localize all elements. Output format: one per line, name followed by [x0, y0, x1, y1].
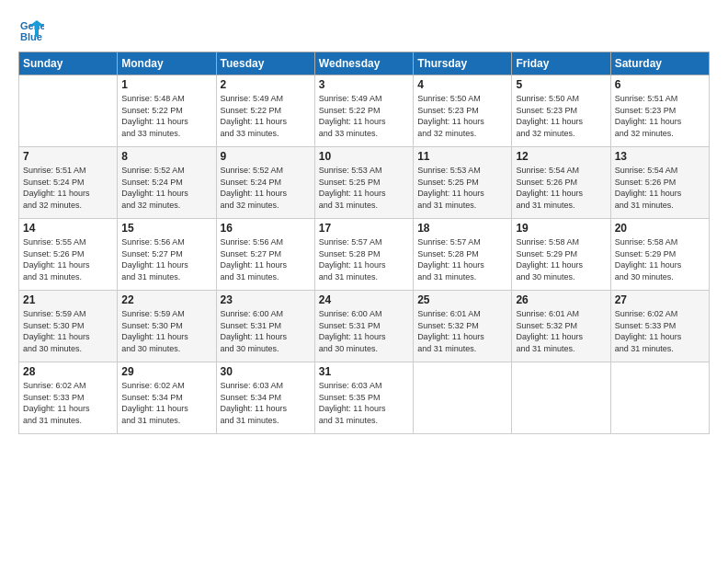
day-info: Sunrise: 5:49 AM Sunset: 5:22 PM Dayligh… — [221, 93, 311, 139]
day-number: 25 — [417, 293, 507, 306]
day-number: 6 — [615, 78, 705, 91]
day-cell: 31Sunrise: 6:03 AM Sunset: 5:35 PM Dayli… — [314, 362, 413, 434]
day-cell: 5Sunrise: 5:50 AM Sunset: 5:23 PM Daylig… — [512, 75, 610, 147]
day-info: Sunrise: 5:57 AM Sunset: 5:28 PM Dayligh… — [319, 236, 409, 282]
day-number: 4 — [417, 78, 507, 91]
day-cell: 1Sunrise: 5:48 AM Sunset: 5:22 PM Daylig… — [118, 75, 216, 147]
day-cell: 14Sunrise: 5:55 AM Sunset: 5:26 PM Dayli… — [19, 219, 118, 291]
day-number: 20 — [615, 222, 705, 235]
header-tuesday: Tuesday — [216, 52, 314, 75]
day-cell: 18Sunrise: 5:57 AM Sunset: 5:28 PM Dayli… — [414, 219, 512, 291]
day-number: 29 — [121, 365, 211, 378]
week-row-4: 28Sunrise: 6:02 AM Sunset: 5:33 PM Dayli… — [19, 362, 710, 434]
week-row-0: 1Sunrise: 5:48 AM Sunset: 5:22 PM Daylig… — [19, 75, 710, 147]
day-cell: 6Sunrise: 5:51 AM Sunset: 5:23 PM Daylig… — [610, 75, 709, 147]
day-number: 8 — [121, 150, 211, 163]
day-number: 9 — [221, 150, 311, 163]
svg-text:Blue: Blue — [20, 31, 42, 42]
day-cell — [610, 362, 709, 434]
day-cell: 12Sunrise: 5:54 AM Sunset: 5:26 PM Dayli… — [512, 147, 610, 219]
header-monday: Monday — [118, 52, 216, 75]
day-info: Sunrise: 5:50 AM Sunset: 5:23 PM Dayligh… — [516, 93, 606, 139]
day-info: Sunrise: 6:01 AM Sunset: 5:32 PM Dayligh… — [417, 308, 507, 354]
day-cell: 10Sunrise: 5:53 AM Sunset: 5:25 PM Dayli… — [314, 147, 413, 219]
day-info: Sunrise: 6:01 AM Sunset: 5:32 PM Dayligh… — [516, 308, 606, 354]
header-wednesday: Wednesday — [314, 52, 413, 75]
day-cell: 13Sunrise: 5:54 AM Sunset: 5:26 PM Dayli… — [610, 147, 709, 219]
day-info: Sunrise: 6:02 AM Sunset: 5:33 PM Dayligh… — [615, 308, 705, 354]
day-info: Sunrise: 5:53 AM Sunset: 5:25 PM Dayligh… — [319, 165, 409, 211]
day-number: 11 — [417, 150, 507, 163]
calendar-page: General Blue SundayMondayTuesdayWednesda… — [0, 0, 728, 563]
day-cell — [414, 362, 512, 434]
day-number: 21 — [23, 293, 113, 306]
day-cell: 29Sunrise: 6:02 AM Sunset: 5:34 PM Dayli… — [118, 362, 216, 434]
day-info: Sunrise: 5:52 AM Sunset: 5:24 PM Dayligh… — [221, 165, 311, 211]
day-number: 19 — [516, 222, 606, 235]
day-number: 3 — [319, 78, 409, 91]
day-info: Sunrise: 5:49 AM Sunset: 5:22 PM Dayligh… — [319, 93, 409, 139]
day-info: Sunrise: 5:57 AM Sunset: 5:28 PM Dayligh… — [417, 236, 507, 282]
day-cell: 20Sunrise: 5:58 AM Sunset: 5:29 PM Dayli… — [610, 219, 709, 291]
day-info: Sunrise: 5:56 AM Sunset: 5:27 PM Dayligh… — [121, 236, 211, 282]
day-number: 17 — [319, 222, 409, 235]
day-cell: 3Sunrise: 5:49 AM Sunset: 5:22 PM Daylig… — [314, 75, 413, 147]
day-cell: 24Sunrise: 6:00 AM Sunset: 5:31 PM Dayli… — [314, 291, 413, 362]
day-info: Sunrise: 6:00 AM Sunset: 5:31 PM Dayligh… — [221, 308, 311, 354]
day-info: Sunrise: 5:56 AM Sunset: 5:27 PM Dayligh… — [221, 236, 311, 282]
day-number: 30 — [221, 365, 311, 378]
day-number: 14 — [23, 222, 113, 235]
day-cell: 7Sunrise: 5:51 AM Sunset: 5:24 PM Daylig… — [19, 147, 118, 219]
day-number: 24 — [319, 293, 409, 306]
header-row: SundayMondayTuesdayWednesdayThursdayFrid… — [19, 52, 710, 75]
day-info: Sunrise: 5:52 AM Sunset: 5:24 PM Dayligh… — [121, 165, 211, 211]
day-info: Sunrise: 6:03 AM Sunset: 5:34 PM Dayligh… — [221, 380, 311, 426]
header: General Blue — [18, 17, 710, 42]
day-info: Sunrise: 5:51 AM Sunset: 5:23 PM Dayligh… — [615, 93, 705, 139]
day-number: 22 — [121, 293, 211, 306]
day-cell: 2Sunrise: 5:49 AM Sunset: 5:22 PM Daylig… — [216, 75, 314, 147]
day-number: 28 — [23, 365, 113, 378]
day-number: 15 — [121, 222, 211, 235]
header-sunday: Sunday — [19, 52, 118, 75]
logo: General Blue — [18, 17, 46, 42]
day-cell: 4Sunrise: 5:50 AM Sunset: 5:23 PM Daylig… — [414, 75, 512, 147]
header-saturday: Saturday — [610, 52, 709, 75]
day-info: Sunrise: 5:58 AM Sunset: 5:29 PM Dayligh… — [516, 236, 606, 282]
day-cell — [512, 362, 610, 434]
header-thursday: Thursday — [414, 52, 512, 75]
header-friday: Friday — [512, 52, 610, 75]
day-number: 1 — [121, 78, 211, 91]
day-info: Sunrise: 5:54 AM Sunset: 5:26 PM Dayligh… — [516, 165, 606, 211]
day-number: 27 — [615, 293, 705, 306]
day-number: 31 — [319, 365, 409, 378]
day-number: 5 — [516, 78, 606, 91]
day-info: Sunrise: 5:51 AM Sunset: 5:24 PM Dayligh… — [23, 165, 113, 211]
day-info: Sunrise: 5:59 AM Sunset: 5:30 PM Dayligh… — [23, 308, 113, 354]
day-info: Sunrise: 6:03 AM Sunset: 5:35 PM Dayligh… — [319, 380, 409, 426]
day-cell: 11Sunrise: 5:53 AM Sunset: 5:25 PM Dayli… — [414, 147, 512, 219]
logo-icon: General Blue — [18, 17, 44, 42]
day-number: 12 — [516, 150, 606, 163]
day-number: 13 — [615, 150, 705, 163]
day-info: Sunrise: 5:55 AM Sunset: 5:26 PM Dayligh… — [23, 236, 113, 282]
day-cell: 27Sunrise: 6:02 AM Sunset: 5:33 PM Dayli… — [610, 291, 709, 362]
day-number: 16 — [221, 222, 311, 235]
day-cell: 21Sunrise: 5:59 AM Sunset: 5:30 PM Dayli… — [19, 291, 118, 362]
day-cell: 23Sunrise: 6:00 AM Sunset: 5:31 PM Dayli… — [216, 291, 314, 362]
week-row-2: 14Sunrise: 5:55 AM Sunset: 5:26 PM Dayli… — [19, 219, 710, 291]
day-info: Sunrise: 5:53 AM Sunset: 5:25 PM Dayligh… — [417, 165, 507, 211]
day-cell: 9Sunrise: 5:52 AM Sunset: 5:24 PM Daylig… — [216, 147, 314, 219]
day-number: 7 — [23, 150, 113, 163]
week-row-3: 21Sunrise: 5:59 AM Sunset: 5:30 PM Dayli… — [19, 291, 710, 362]
day-cell: 26Sunrise: 6:01 AM Sunset: 5:32 PM Dayli… — [512, 291, 610, 362]
day-number: 2 — [221, 78, 311, 91]
day-cell: 16Sunrise: 5:56 AM Sunset: 5:27 PM Dayli… — [216, 219, 314, 291]
day-cell: 15Sunrise: 5:56 AM Sunset: 5:27 PM Dayli… — [118, 219, 216, 291]
day-info: Sunrise: 5:54 AM Sunset: 5:26 PM Dayligh… — [615, 165, 705, 211]
day-info: Sunrise: 6:02 AM Sunset: 5:34 PM Dayligh… — [121, 380, 211, 426]
calendar-table: SundayMondayTuesdayWednesdayThursdayFrid… — [18, 52, 710, 434]
day-cell: 8Sunrise: 5:52 AM Sunset: 5:24 PM Daylig… — [118, 147, 216, 219]
day-info: Sunrise: 5:50 AM Sunset: 5:23 PM Dayligh… — [417, 93, 507, 139]
day-cell: 17Sunrise: 5:57 AM Sunset: 5:28 PM Dayli… — [314, 219, 413, 291]
